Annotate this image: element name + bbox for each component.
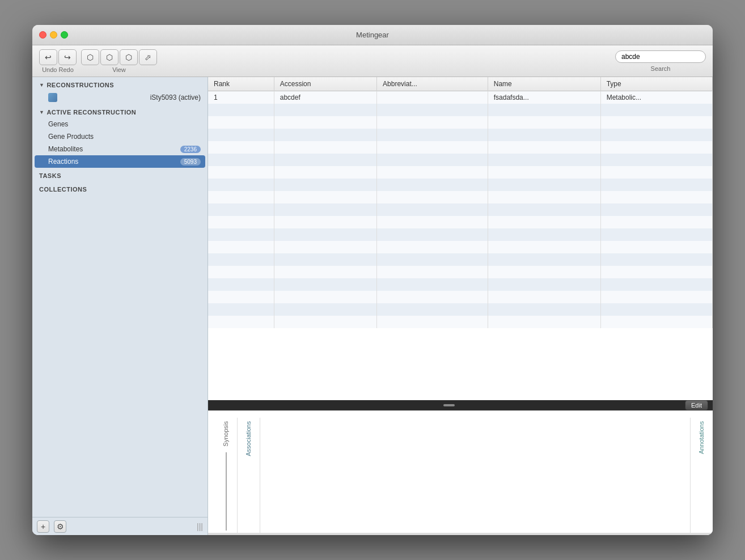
- window-title: Metingear: [356, 31, 389, 39]
- table-row-empty[interactable]: [208, 191, 713, 203]
- table-row-empty[interactable]: [208, 291, 713, 303]
- sidebar-resize-handle[interactable]: |||: [197, 522, 203, 531]
- cell-empty: [600, 278, 712, 291]
- redo-button[interactable]: ↪: [58, 49, 77, 65]
- view-btn3[interactable]: ⬡: [120, 49, 138, 65]
- cell-empty: [274, 141, 376, 154]
- detail-content-area: [260, 418, 690, 533]
- cell-empty: [208, 303, 274, 316]
- cell-empty: [600, 266, 712, 278]
- sidebar-bottom: + ⚙ |||: [32, 517, 208, 535]
- table-row-empty[interactable]: [208, 104, 713, 116]
- reactions-badge: 5093: [180, 158, 201, 166]
- cell-empty: [600, 129, 712, 141]
- undo-button[interactable]: ↩: [39, 49, 57, 65]
- cell-empty: [488, 166, 600, 179]
- cell-empty: [600, 203, 712, 216]
- minimize-button[interactable]: [50, 31, 57, 39]
- edit-button[interactable]: Edit: [685, 400, 708, 410]
- cell-empty: [488, 241, 600, 253]
- cell-empty: [377, 216, 488, 228]
- sidebar-item-isty[interactable]: iSty5093 (active): [32, 91, 208, 104]
- table-row-empty[interactable]: [208, 216, 713, 228]
- cell-empty: [208, 278, 274, 291]
- cell-empty: [274, 241, 376, 253]
- table-row-empty[interactable]: [208, 303, 713, 316]
- table-row-empty[interactable]: [208, 141, 713, 154]
- associations-tab-label: Associations: [245, 421, 252, 456]
- cell-rank: 1: [208, 91, 274, 104]
- search-section: Search: [615, 50, 706, 72]
- table-row-empty[interactable]: [208, 253, 713, 266]
- sidebar-item-genes[interactable]: Genes: [32, 118, 208, 130]
- cell-empty: [600, 316, 712, 328]
- view-btn2[interactable]: ⬡: [100, 49, 118, 65]
- panel-resize-indicator[interactable]: [443, 404, 455, 406]
- cell-empty: [377, 179, 488, 191]
- settings-button[interactable]: ⚙: [54, 520, 66, 533]
- cell-empty: [488, 278, 600, 291]
- cell-empty: [488, 216, 600, 228]
- table-row-empty[interactable]: [208, 241, 713, 253]
- search-label: Search: [651, 65, 671, 72]
- table-row-empty[interactable]: [208, 203, 713, 216]
- add-item-button[interactable]: +: [37, 520, 49, 533]
- cell-empty: [208, 191, 274, 203]
- cell-empty: [377, 253, 488, 266]
- cell-name: fsadafsda...: [488, 91, 600, 104]
- table-row-empty[interactable]: [208, 154, 713, 166]
- cell-empty: [488, 129, 600, 141]
- cell-empty: [488, 316, 600, 328]
- table-row-empty[interactable]: [208, 166, 713, 179]
- tab-associations[interactable]: Associations: [243, 418, 255, 460]
- close-button[interactable]: [39, 31, 46, 39]
- sidebar-item-gene-products[interactable]: Gene Products: [32, 130, 208, 143]
- gene-products-label: Gene Products: [48, 133, 94, 141]
- search-input[interactable]: [615, 50, 706, 63]
- view-btn4[interactable]: ⬀: [139, 49, 157, 65]
- cell-empty: [208, 203, 274, 216]
- cell-empty: [208, 129, 274, 141]
- cell-empty: [274, 116, 376, 129]
- cell-empty: [600, 191, 712, 203]
- annotations-tab-label: Annotations: [698, 421, 705, 454]
- cell-empty: [274, 166, 376, 179]
- table-row-empty[interactable]: [208, 179, 713, 191]
- active-reconstruction-triangle[interactable]: ▼: [39, 109, 44, 115]
- cell-empty: [208, 166, 274, 179]
- table-row[interactable]: 1 abcdef fsadafsda... Metabolic...: [208, 91, 713, 104]
- table-header-row: Rank Accession Abbreviat... Name Type: [208, 77, 713, 91]
- synopsis-tab-label: Synopsis: [222, 421, 229, 447]
- table-row-empty[interactable]: [208, 266, 713, 278]
- tab-annotations[interactable]: Annotations: [696, 418, 708, 457]
- undo-redo-section: ↩ ↪ Undo Redo: [39, 49, 77, 73]
- cell-empty: [488, 191, 600, 203]
- panel-divider: Edit: [208, 400, 713, 410]
- cell-empty: [377, 278, 488, 291]
- sidebar-item-metabolites[interactable]: Metabolites 2236: [32, 143, 208, 155]
- sidebar-item-reactions[interactable]: Reactions 5093: [35, 155, 205, 168]
- main-content: ▼ RECONSTRUCTIONS iSty5093 (active) ▼ AC…: [32, 77, 713, 535]
- cell-empty: [208, 104, 274, 116]
- table-row-empty[interactable]: [208, 278, 713, 291]
- table-row-empty[interactable]: [208, 129, 713, 141]
- cell-empty: [377, 191, 488, 203]
- cell-empty: [600, 104, 712, 116]
- table-row-empty[interactable]: [208, 116, 713, 129]
- isty-label: iSty5093 (active): [150, 94, 201, 101]
- maximize-button[interactable]: [61, 31, 68, 39]
- view-group: ⬡ ⬡ ⬡ ⬀: [81, 49, 157, 65]
- cell-empty: [208, 316, 274, 328]
- cell-empty: [488, 266, 600, 278]
- cell-empty: [208, 154, 274, 166]
- detail-resize-handle[interactable]: [208, 533, 713, 535]
- view-btn1[interactable]: ⬡: [81, 49, 99, 65]
- cell-empty: [274, 228, 376, 241]
- reconstructions-triangle[interactable]: ▼: [39, 82, 44, 88]
- detail-panel: Synopsis Associations: [208, 410, 713, 535]
- tab-synopsis[interactable]: Synopsis: [220, 418, 232, 450]
- table-area[interactable]: Rank Accession Abbreviat... Name Type 1 …: [208, 77, 713, 400]
- col-rank: Rank: [208, 77, 274, 91]
- table-row-empty[interactable]: [208, 316, 713, 328]
- table-row-empty[interactable]: [208, 228, 713, 241]
